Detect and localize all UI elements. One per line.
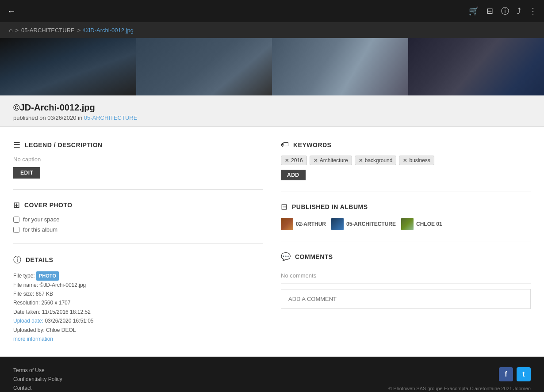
facebook-button[interactable]: f: [499, 367, 513, 381]
album-thumbnail: [401, 218, 414, 230]
footer: Terms of UseConfidentiality PolicyContac…: [0, 357, 544, 392]
footer-social: f t: [499, 367, 531, 381]
cover-photo-options: for your space for this album: [13, 216, 263, 233]
list-icon: ☰: [13, 140, 20, 150]
file-name-row: File name: ©JD-Archi-0012.jpg: [13, 281, 263, 289]
comments-title: COMMENTS: [295, 253, 333, 260]
footer-link[interactable]: Contact: [13, 385, 62, 391]
cover-photo-section-header: ⊞ COVER PHOTO: [13, 200, 263, 210]
keyword-remove-button[interactable]: ✕: [314, 158, 318, 164]
left-column: ☰ LEGEND / DESCRIPTION No caption EDIT ⊞…: [13, 140, 263, 343]
resolution-value: 2560 x 1707: [41, 300, 70, 306]
file-type-label: File type:: [13, 273, 35, 279]
back-button[interactable]: ←: [7, 6, 16, 16]
footer-link[interactable]: Terms of Use: [13, 367, 62, 373]
details-title: DETAILS: [26, 256, 53, 263]
footer-right: f t © Photoweb SAS groupe Exacompta-Clai…: [388, 367, 531, 391]
cart-icon[interactable]: 🛒: [469, 6, 479, 16]
comment-icon: 💬: [281, 252, 291, 262]
details-section-header: ⓘ DETAILS: [13, 255, 263, 265]
comments-section-header: 💬 COMMENTS: [281, 252, 531, 262]
footer-link[interactable]: Confidentiality Policy: [13, 376, 62, 382]
breadcrumb-folder: 05-ARCHITECTURE: [21, 27, 75, 34]
cover-space-label: for your space: [23, 216, 59, 223]
album-item[interactable]: 05-ARCHITECTURE: [331, 218, 396, 230]
file-size-value: 867 KB: [36, 291, 53, 297]
add-keyword-button[interactable]: ADD: [281, 170, 306, 180]
keyword-remove-button[interactable]: ✕: [359, 158, 363, 164]
cover-option-space: for your space: [13, 216, 263, 223]
album-thumbnail: [331, 218, 344, 230]
home-icon[interactable]: ⌂: [9, 27, 12, 34]
resolution-row: Resolution: 2560 x 1707: [13, 298, 263, 307]
cover-option-album: for this album: [13, 226, 263, 233]
keyword-tag: ✕Architecture: [310, 156, 352, 165]
keywords-container: ✕2016✕Architecture✕background✕business A…: [281, 156, 531, 180]
albums-container: 02-ARTHUR05-ARCHITECTURECHLOE 01: [281, 218, 531, 230]
keyword-remove-button[interactable]: ✕: [403, 158, 407, 164]
keyword-tag: ✕business: [399, 156, 434, 165]
file-name-value: ©JD-Archi-0012.jpg: [39, 282, 86, 288]
image-icon: ⊞: [13, 200, 20, 210]
album-link[interactable]: 05-ARCHITECTURE: [84, 114, 138, 121]
keyword-tag: ✕2016: [281, 156, 307, 165]
breadcrumb-file[interactable]: ©JD-Archi-0012.jpg: [83, 27, 134, 34]
upload-date-label: Upload date:: [13, 318, 43, 324]
legend-title: LEGEND / DESCRIPTION: [25, 141, 103, 148]
cover-photo-title: COVER PHOTO: [24, 202, 73, 209]
albums-title: PUBLISHED IN ALBUMS: [292, 203, 368, 210]
uploaded-by-label: Uploaded by:: [13, 327, 45, 333]
hero-image: [0, 38, 544, 95]
date-taken-label: Date taken:: [13, 309, 40, 315]
albums-list: 02-ARTHUR05-ARCHITECTURECHLOE 01: [281, 218, 531, 230]
info-circle-icon: ⓘ: [13, 255, 21, 265]
upload-date-row: Upload date: 03/26/2020 16:51:05: [13, 316, 263, 325]
uploaded-by-row: Uploaded by: Chloe DEOL: [13, 326, 263, 335]
file-size-row: File size: 867 KB: [13, 289, 263, 298]
breadcrumb-sep1: >: [15, 27, 19, 34]
upload-date-value: 03/26/2020 16:51:05: [45, 318, 93, 324]
no-comments-text: No comments: [281, 268, 531, 284]
more-info-row[interactable]: more information: [13, 335, 263, 343]
album-name: CHLOE 01: [416, 221, 442, 227]
page-title: ©JD-Archi-0012.jpg: [13, 103, 531, 113]
file-type-badge: PHOTO: [36, 271, 59, 281]
info-icon[interactable]: ⓘ: [501, 6, 509, 16]
uploaded-by-value: Chloe DEOL: [46, 327, 76, 333]
more-icon[interactable]: ⋮: [529, 6, 537, 16]
cover-album-checkbox[interactable]: [13, 227, 19, 233]
album-name: 02-ARTHUR: [296, 221, 326, 227]
file-size-label: File size:: [13, 291, 34, 297]
legend-section-header: ☰ LEGEND / DESCRIPTION: [13, 140, 263, 150]
edit-button[interactable]: EDIT: [13, 167, 40, 179]
resolution-label: Resolution:: [13, 300, 40, 306]
album-thumbnail: [281, 218, 293, 230]
cover-album-label: for this album: [23, 226, 57, 233]
share-icon[interactable]: ⤴: [517, 7, 521, 16]
breadcrumb: ⌂ > 05-ARCHITECTURE > ©JD-Archi-0012.jpg: [0, 22, 544, 38]
breadcrumb-sep2: >: [77, 27, 81, 34]
albums-icon: ⊟: [281, 202, 287, 212]
album-item[interactable]: CHLOE 01: [401, 218, 442, 230]
keywords-title: KEYWORDS: [293, 141, 331, 148]
right-column: 🏷 KEYWORDS ✕2016✕Architecture✕background…: [281, 140, 531, 343]
date-taken-value: 11/15/2016 18:12:52: [42, 309, 91, 315]
album-name: 05-ARCHITECTURE: [346, 221, 396, 227]
tag-icon: 🏷: [281, 140, 289, 149]
title-area: ©JD-Archi-0012.jpg published on 03/26/20…: [0, 95, 544, 127]
more-info-link[interactable]: more information: [13, 336, 53, 342]
add-comment-input[interactable]: [281, 289, 531, 309]
twitter-button[interactable]: t: [517, 367, 531, 381]
keyword-tags: ✕2016✕Architecture✕background✕business: [281, 156, 531, 165]
keyword-tag: ✕background: [355, 156, 397, 165]
top-navigation: ← 🛒 ⊟ ⓘ ⤴ ⋮: [0, 0, 544, 22]
date-taken-row: Date taken: 11/15/2016 18:12:52: [13, 308, 263, 316]
album-item[interactable]: 02-ARTHUR: [281, 218, 326, 230]
keywords-section-header: 🏷 KEYWORDS: [281, 140, 531, 149]
details-content: File type: PHOTO File name: ©JD-Archi-00…: [13, 271, 263, 343]
keyword-remove-button[interactable]: ✕: [285, 158, 289, 164]
footer-links: Terms of UseConfidentiality PolicyContac…: [13, 367, 62, 391]
footer-copyright: © Photoweb SAS groupe Exacompta-Clairefo…: [388, 386, 531, 391]
display-icon[interactable]: ⊟: [487, 6, 493, 16]
cover-space-checkbox[interactable]: [13, 217, 19, 223]
